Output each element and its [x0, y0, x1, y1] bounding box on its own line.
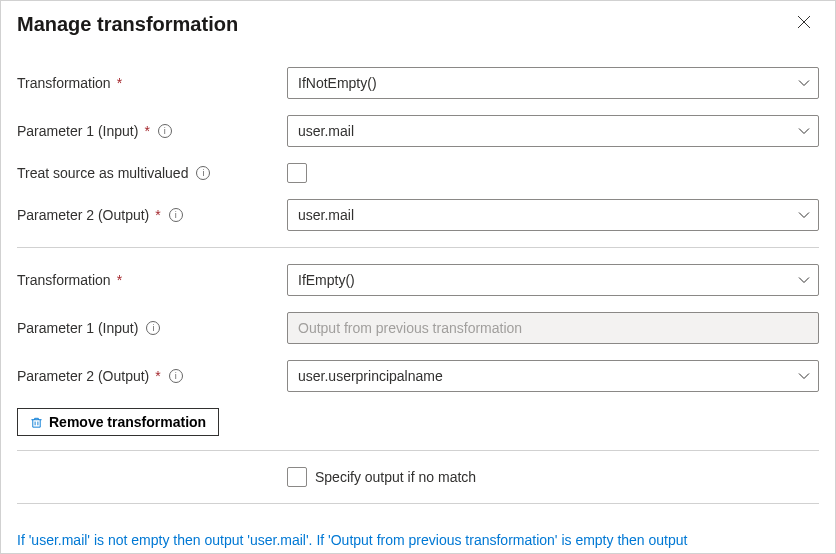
required-indicator: *	[117, 272, 122, 288]
info-icon[interactable]: i	[146, 321, 160, 335]
transformation-1-param2-row: Parameter 2 (Output)* i user.mail	[17, 199, 819, 231]
transformation-2-param2-label: Parameter 2 (Output)* i	[17, 368, 287, 384]
info-icon[interactable]: i	[158, 124, 172, 138]
transformation-2-row: Transformation* IfEmpty()	[17, 264, 819, 296]
transformation-2-param1-row: Parameter 1 (Input) i Output from previo…	[17, 312, 819, 344]
panel-header: Manage transformation	[17, 11, 819, 37]
divider	[17, 450, 819, 451]
transformation-2-param2-row: Parameter 2 (Output)* i user.userprincip…	[17, 360, 819, 392]
specify-output-label: Specify output if no match	[315, 469, 476, 485]
treat-multivalued-label: Treat source as multivalued i	[17, 165, 287, 181]
info-icon[interactable]: i	[169, 369, 183, 383]
panel-title: Manage transformation	[17, 13, 238, 36]
required-indicator: *	[155, 207, 160, 223]
close-button[interactable]	[789, 11, 819, 37]
transformation-1-select[interactable]: IfNotEmpty()	[287, 67, 819, 99]
transformation-2-param1-display: Output from previous transformation	[287, 312, 819, 344]
chevron-down-icon	[798, 125, 810, 137]
transformation-2-select[interactable]: IfEmpty()	[287, 264, 819, 296]
treat-multivalued-checkbox[interactable]	[287, 163, 307, 183]
info-icon[interactable]: i	[196, 166, 210, 180]
specify-output-checkbox[interactable]	[287, 467, 307, 487]
chevron-down-icon	[798, 274, 810, 286]
divider	[17, 247, 819, 248]
required-indicator: *	[117, 75, 122, 91]
chevron-down-icon	[798, 209, 810, 221]
transformation-2-param1-label: Parameter 1 (Input) i	[17, 320, 287, 336]
required-indicator: *	[144, 123, 149, 139]
close-icon	[797, 15, 811, 29]
trash-icon	[30, 416, 43, 429]
transformation-2-label: Transformation*	[17, 272, 287, 288]
treat-multivalued-row: Treat source as multivalued i	[17, 163, 819, 183]
required-indicator: *	[155, 368, 160, 384]
transformation-1-param2-label: Parameter 2 (Output)* i	[17, 207, 287, 223]
transformation-1-param2-select[interactable]: user.mail	[287, 199, 819, 231]
transformation-2-param2-select[interactable]: user.userprincipalname	[287, 360, 819, 392]
transformation-1-label: Transformation*	[17, 75, 287, 91]
specify-output-row: Specify output if no match	[287, 467, 819, 487]
chevron-down-icon	[798, 77, 810, 89]
transformation-1-param1-select[interactable]: user.mail	[287, 115, 819, 147]
manage-transformation-panel: Manage transformation Transformation* If…	[0, 0, 836, 554]
transformation-1-param1-label: Parameter 1 (Input)* i	[17, 123, 287, 139]
transformation-1-row: Transformation* IfNotEmpty()	[17, 67, 819, 99]
remove-transformation-button[interactable]: Remove transformation	[17, 408, 219, 436]
transformation-1-param1-row: Parameter 1 (Input)* i user.mail	[17, 115, 819, 147]
transformation-summary: If 'user.mail' is not empty then output …	[17, 520, 819, 554]
info-icon[interactable]: i	[169, 208, 183, 222]
chevron-down-icon	[798, 370, 810, 382]
divider	[17, 503, 819, 504]
